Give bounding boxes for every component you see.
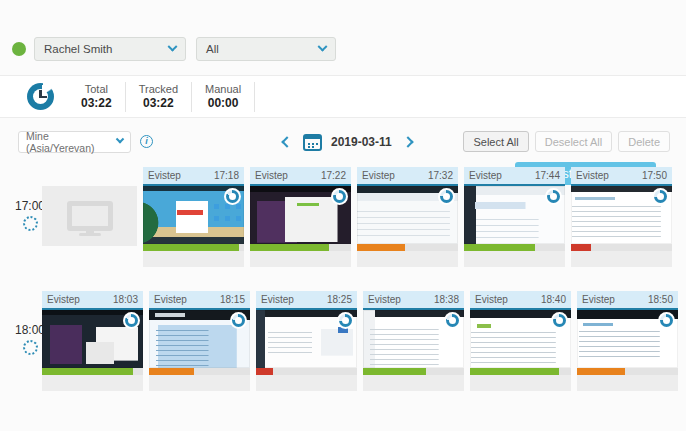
hour-spinner-icon <box>23 216 38 231</box>
screenshot-thumbnail[interactable] <box>357 186 458 244</box>
screenshot-time: 18:50 <box>648 294 673 305</box>
screenshot-app-name: Evistep <box>582 294 615 305</box>
card-footer <box>250 251 351 267</box>
activity-bar-fill <box>143 244 239 251</box>
activity-ring-icon <box>444 312 461 329</box>
stat-manual: Manual 00:00 <box>192 83 254 110</box>
activity-bar-track <box>149 368 250 375</box>
screenshot-slots: Evistep18:03Evistep18:15Evistep18:25Evis… <box>42 291 678 391</box>
activity-bar-track <box>464 244 565 251</box>
screenshot-card[interactable]: Evistep18:38 <box>363 291 464 391</box>
screenshot-card[interactable]: Evistep17:44 <box>464 167 565 267</box>
screenshot-card[interactable]: Evistep17:32 <box>357 167 458 267</box>
hour-label: 17:00 <box>15 199 45 213</box>
stat-total: Total 03:22 <box>68 83 125 110</box>
divider <box>254 82 255 112</box>
screenshot-thumbnail[interactable] <box>250 186 351 244</box>
screenshot-card-header: Evistep17:18 <box>143 167 244 184</box>
screenshot-card-header: Evistep17:22 <box>250 167 351 184</box>
user-select-value: Rachel Smith <box>44 43 112 55</box>
screenshot-thumbnail[interactable] <box>571 186 672 244</box>
select-all-button[interactable]: Select All <box>463 131 528 152</box>
card-footer <box>571 251 672 267</box>
activity-bar-track <box>143 244 244 251</box>
screenshot-card-header: Evistep18:03 <box>42 291 143 308</box>
screenshot-app-name: Evistep <box>261 294 294 305</box>
screenshot-thumbnail[interactable] <box>464 186 565 244</box>
stat-label: Total <box>81 83 112 96</box>
activity-ring-icon <box>545 188 562 205</box>
screenshot-card[interactable]: Evistep17:50 <box>571 167 672 267</box>
activity-bar-fill <box>577 368 625 375</box>
time-stats: Total 03:22 Tracked 03:22 Manual 00:00 <box>68 82 255 112</box>
timezone-select[interactable]: Mine (Asia/Yerevan) <box>18 131 131 153</box>
deselect-all-button[interactable]: Deselect All <box>535 131 612 152</box>
calendar-icon[interactable] <box>303 134 322 151</box>
screenshot-card-header: Evistep17:32 <box>357 167 458 184</box>
screenshot-card-header: Evistep18:25 <box>256 291 357 308</box>
screenshot-card[interactable]: Evistep18:40 <box>470 291 571 391</box>
screenshot-thumbnail[interactable] <box>363 310 464 368</box>
screenshot-card-header: Evistep18:40 <box>470 291 571 308</box>
activity-ring-icon <box>652 188 669 205</box>
card-footer <box>143 251 244 267</box>
activity-ring-icon <box>331 188 348 205</box>
screenshot-card[interactable]: Evistep17:18 <box>143 167 244 267</box>
chevron-down-icon <box>318 41 328 51</box>
screenshot-thumbnail[interactable] <box>577 310 678 368</box>
screenshot-app-name: Evistep <box>475 294 508 305</box>
screenshot-card-header: Evistep17:44 <box>464 167 565 184</box>
screenshot-time: 17:18 <box>214 170 239 181</box>
screenshot-app-name: Evistep <box>148 170 181 181</box>
screenshot-thumbnail[interactable] <box>42 310 143 368</box>
hour-label: 18:00 <box>15 323 45 337</box>
screenshot-thumbnail[interactable] <box>470 310 571 368</box>
stat-tracked: Tracked 03:22 <box>126 83 191 110</box>
info-icon[interactable]: i <box>140 135 153 148</box>
online-status-dot <box>12 42 26 56</box>
screenshot-card[interactable]: Evistep17:22 <box>250 167 351 267</box>
delete-button[interactable]: Delete <box>618 131 670 152</box>
screenshot-card[interactable]: Evistep18:25 <box>256 291 357 391</box>
monitor-icon <box>67 201 113 231</box>
screenshot-card[interactable]: Evistep18:50 <box>577 291 678 391</box>
screenshot-time: 17:50 <box>642 170 667 181</box>
activity-ring-icon <box>224 188 241 205</box>
activity-bar-track <box>250 244 351 251</box>
screenshot-thumbnail[interactable] <box>256 310 357 368</box>
previous-day-icon[interactable] <box>281 136 292 147</box>
chevron-down-icon <box>116 135 124 143</box>
activity-ring-icon <box>658 312 675 329</box>
screenshot-card[interactable]: Evistep18:15 <box>149 291 250 391</box>
activity-ring-icon <box>230 312 247 329</box>
screenshot-time: 18:25 <box>327 294 352 305</box>
screenshot-time: 18:38 <box>434 294 459 305</box>
stat-value: 03:22 <box>139 96 178 110</box>
activity-bar-track <box>42 368 143 375</box>
card-footer <box>470 375 571 391</box>
screenshot-card-header: Evistep18:15 <box>149 291 250 308</box>
screenshot-time: 18:03 <box>113 294 138 305</box>
user-select[interactable]: Rachel Smith <box>34 37 186 61</box>
screenshot-app-name: Evistep <box>576 170 609 181</box>
next-day-icon[interactable] <box>402 136 413 147</box>
activity-bar-track <box>357 244 458 251</box>
activity-bar-track <box>577 368 678 375</box>
screenshot-time: 18:40 <box>541 294 566 305</box>
activity-bar-track <box>363 368 464 375</box>
chevron-down-icon <box>168 41 178 51</box>
clock-icon <box>27 83 54 110</box>
activity-bar-fill <box>357 244 405 251</box>
date-navigation: 2019-03-11 <box>283 130 412 154</box>
activity-bar-fill <box>42 368 133 375</box>
screenshot-thumbnail[interactable] <box>143 186 244 244</box>
activity-bar-fill <box>250 244 329 251</box>
project-filter-select[interactable]: All <box>196 37 336 61</box>
screenshot-thumbnail[interactable] <box>149 310 250 368</box>
screenshot-time: 17:44 <box>535 170 560 181</box>
screenshot-card[interactable]: Evistep18:03 <box>42 291 143 391</box>
screenshot-card-header: Evistep18:38 <box>363 291 464 308</box>
activity-bar-track <box>571 244 672 251</box>
activity-bar-fill <box>464 244 535 251</box>
activity-bar-fill <box>571 244 591 251</box>
